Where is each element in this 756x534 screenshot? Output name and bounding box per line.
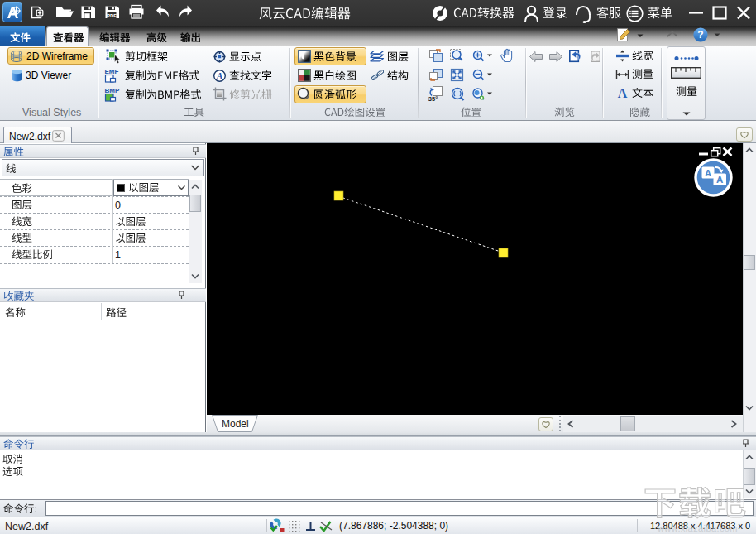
svg-text:35°: 35° xyxy=(428,95,438,102)
svg-text:A: A xyxy=(705,168,711,178)
svg-text:EMF: EMF xyxy=(105,68,119,75)
svg-text:?: ? xyxy=(697,29,703,41)
svg-text:A: A xyxy=(618,86,628,99)
svg-text:BMP: BMP xyxy=(105,87,120,94)
svg-text:A: A xyxy=(716,175,723,185)
svg-text:A: A xyxy=(215,70,222,82)
svg-text:PDF: PDF xyxy=(107,13,117,18)
